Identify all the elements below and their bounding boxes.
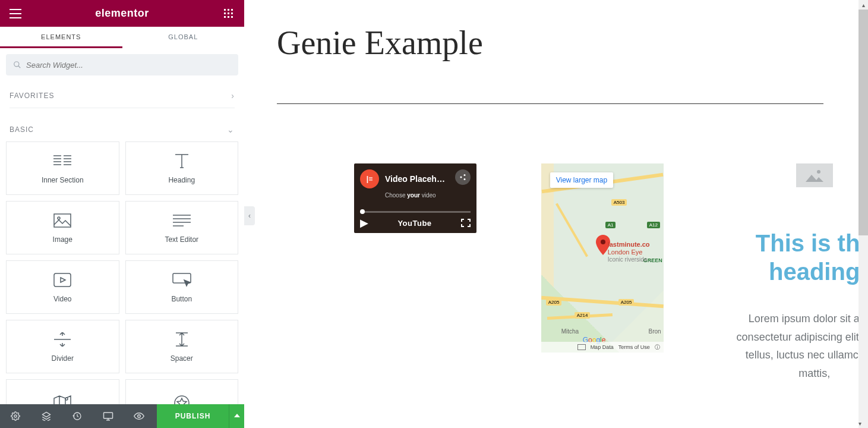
- share-icon[interactable]: [455, 169, 471, 185]
- responsive-button[interactable]: [93, 404, 124, 428]
- spacer-icon: [172, 331, 192, 348]
- widget-spacer[interactable]: Spacer: [125, 320, 239, 373]
- widget-maps[interactable]: [6, 379, 119, 404]
- heading-icon: [172, 152, 192, 170]
- section-basic[interactable]: BASIC ⌄: [0, 115, 244, 141]
- columns: |≡ Video Placeh… Choose your video ▶ You…: [354, 163, 868, 382]
- svg-rect-12: [54, 273, 71, 287]
- publish-button[interactable]: PUBLISH: [157, 404, 229, 428]
- road-label: A503: [611, 199, 627, 206]
- youtube-logo[interactable]: YouTube: [397, 219, 431, 228]
- chevron-right-icon: ›: [231, 91, 235, 100]
- terms-link[interactable]: Terms of Use: [618, 344, 650, 350]
- road-label: A205: [618, 299, 635, 306]
- scroll-up-icon[interactable]: ▴: [858, 0, 868, 10]
- sidebar-tabs: ELEMENTS GLOBAL: [0, 27, 244, 48]
- fullscreen-icon[interactable]: [461, 219, 471, 227]
- scroll-down-icon[interactable]: ▾: [858, 418, 861, 428]
- image-icon: [52, 212, 72, 229]
- road-label: A1: [605, 222, 616, 228]
- column-content[interactable]: This is the heading Lorem ipsum dolor si…: [728, 163, 868, 382]
- svg-point-23: [817, 170, 820, 174]
- settings-button[interactable]: [0, 404, 31, 428]
- widget-star[interactable]: [125, 379, 239, 404]
- section-favorites[interactable]: FAVORITES ›: [0, 81, 244, 108]
- map-footer: Map Data Terms of Use ⓘ: [541, 342, 664, 353]
- star-icon: [172, 394, 192, 404]
- svg-rect-10: [54, 214, 71, 227]
- button-icon: [172, 271, 192, 289]
- page-title: Genie Example: [277, 24, 835, 62]
- widget-button[interactable]: Button: [125, 260, 239, 314]
- map-pin-label: lastminute.co London Eye Iconic riversid…: [608, 241, 652, 263]
- hamburger-menu-icon[interactable]: [8, 7, 23, 21]
- road-label: A12: [647, 222, 660, 228]
- svg-rect-1: [228, 9, 229, 11]
- publish-dropdown[interactable]: [229, 404, 244, 428]
- navigator-button[interactable]: [31, 404, 62, 428]
- map-widget[interactable]: A406 A503 A1 A12 A205 A214 A205 Mitcha B…: [541, 163, 664, 353]
- svg-point-21: [464, 178, 466, 180]
- video-title: Video Placeh…: [385, 174, 445, 184]
- sidebar-footer: PUBLISH: [0, 404, 244, 428]
- svg-point-11: [58, 217, 60, 219]
- video-icon: [52, 271, 72, 289]
- widget-label: Text Editor: [165, 235, 198, 244]
- section-favorites-label: FAVORITES: [10, 92, 54, 100]
- road-label: A205: [546, 299, 562, 306]
- text-widget[interactable]: Lorem ipsum dolor sit amet, consectetur …: [728, 310, 868, 382]
- canvas[interactable]: Genie Example |≡ Video Placeh… Choose yo…: [244, 0, 868, 428]
- keyboard-icon[interactable]: [577, 344, 586, 350]
- svg-rect-5: [231, 12, 233, 14]
- svg-rect-0: [224, 9, 226, 11]
- svg-rect-6: [224, 16, 226, 18]
- widget-image[interactable]: Image: [6, 201, 119, 254]
- widget-label: Divider: [52, 354, 74, 363]
- divider: [10, 108, 235, 108]
- column-map[interactable]: A406 A503 A1 A12 A205 A214 A205 Mitcha B…: [541, 163, 714, 382]
- widget-inner-section[interactable]: Inner Section: [6, 141, 119, 195]
- tab-elements[interactable]: ELEMENTS: [0, 27, 122, 48]
- widget-label: Inner Section: [42, 176, 84, 184]
- image-placeholder[interactable]: [796, 163, 833, 187]
- heading-widget[interactable]: This is the heading: [728, 229, 868, 286]
- scroll-thumb[interactable]: [858, 10, 868, 235]
- svg-point-19: [464, 174, 466, 176]
- publish-group: PUBLISH: [154, 404, 244, 428]
- play-icon[interactable]: ▶: [360, 216, 368, 229]
- place-label: Mitcha: [561, 328, 579, 335]
- elementor-badge-icon: |≡: [360, 169, 379, 188]
- video-widget[interactable]: |≡ Video Placeh… Choose your video ▶ You…: [354, 163, 476, 233]
- sidebar-header: elementor: [0, 0, 244, 27]
- sidebar: elementor ELEMENTS GLOBAL FAVORITES › BA…: [0, 0, 244, 428]
- svg-point-15: [175, 396, 189, 404]
- svg-rect-8: [231, 16, 233, 18]
- logo: elementor: [95, 7, 149, 20]
- widget-heading[interactable]: Heading: [125, 141, 239, 195]
- collapse-sidebar-button[interactable]: ‹: [244, 206, 255, 225]
- apps-grid-icon[interactable]: [222, 7, 236, 21]
- video-controls: ▶ YouTube: [354, 213, 476, 233]
- search-wrap: [0, 48, 244, 81]
- svg-point-14: [65, 398, 68, 400]
- inner-section-icon: [52, 152, 72, 170]
- preview-button[interactable]: [124, 404, 154, 428]
- widget-text-editor[interactable]: Text Editor: [125, 201, 239, 254]
- horizontal-rule: [277, 103, 823, 104]
- map-data-link[interactable]: Map Data: [591, 344, 614, 350]
- tab-global[interactable]: GLOBAL: [122, 27, 245, 48]
- column-video[interactable]: |≡ Video Placeh… Choose your video ▶ You…: [354, 163, 527, 382]
- widget-label: Image: [53, 235, 72, 244]
- svg-point-16: [14, 415, 17, 417]
- widget-divider[interactable]: Divider: [6, 320, 119, 373]
- road-label: A214: [575, 312, 591, 319]
- widget-grid: Inner Section Heading Image Text Editor: [0, 141, 244, 404]
- place-label: Bron: [649, 328, 661, 335]
- scrollbar: ▴ ▾: [858, 0, 868, 428]
- search-input[interactable]: [6, 54, 238, 75]
- view-larger-map-link[interactable]: View larger map: [550, 172, 613, 188]
- history-button[interactable]: [62, 404, 93, 428]
- info-icon[interactable]: ⓘ: [655, 344, 660, 351]
- widget-video[interactable]: Video: [6, 260, 119, 314]
- svg-point-18: [138, 415, 141, 418]
